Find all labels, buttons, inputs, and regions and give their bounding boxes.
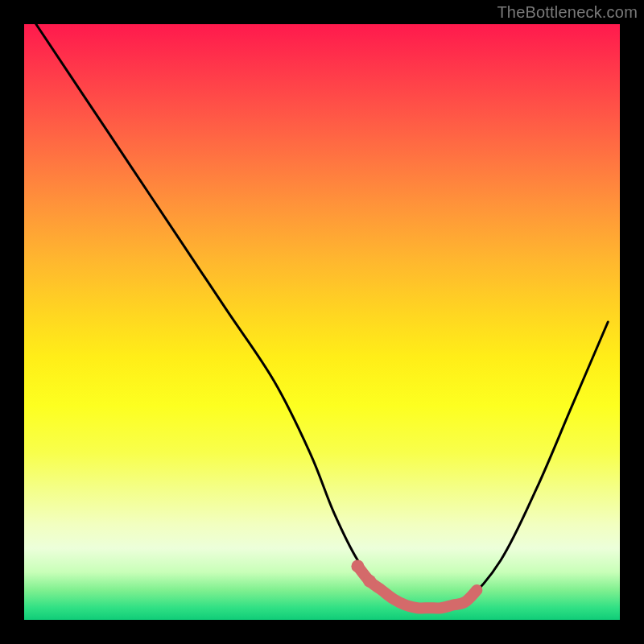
watermark-text: TheBottleneck.com (497, 3, 638, 22)
plot-area (24, 24, 620, 620)
highlight-dot-1 (363, 575, 376, 588)
curve-layer (24, 24, 620, 620)
bottleneck-curve (36, 24, 608, 609)
optimal-zone-highlight (357, 566, 477, 608)
chart-frame: TheBottleneck.com (0, 0, 644, 644)
highlight-dot-0 (351, 559, 364, 572)
